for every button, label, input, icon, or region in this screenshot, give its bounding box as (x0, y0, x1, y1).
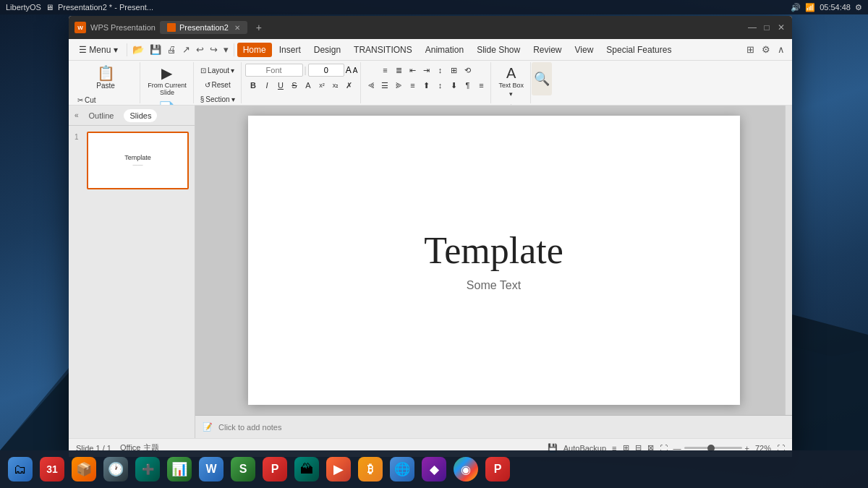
menu-design[interactable]: Design (308, 43, 346, 57)
presentation-tab[interactable]: Presentation2 ✕ (160, 21, 247, 34)
text-box-button[interactable]: A Text Box ▾ (495, 64, 527, 100)
strikethrough-button[interactable]: S (288, 79, 301, 92)
toolbar-open[interactable]: 📂 (130, 44, 146, 55)
section-button[interactable]: § Section ▾ (197, 93, 238, 106)
menu-collapse[interactable]: ∧ (775, 44, 788, 55)
menu-review[interactable]: Review (527, 43, 567, 57)
menu-home[interactable]: Home (237, 43, 272, 57)
title-bar: W WPS Presentation Presentation2 ✕ + — □… (69, 16, 792, 39)
taskbar-arrow-app[interactable]: ▶ (324, 455, 353, 484)
toolbar-redo[interactable]: ↪ (208, 44, 220, 55)
menu-transitions[interactable]: TRANSITIONS (348, 43, 418, 57)
menu-accessibility[interactable]: ⊞ (744, 44, 757, 55)
slide-thumbnail-1[interactable]: 1 Template —— (75, 132, 189, 189)
align-bottom-button[interactable]: ⬇ (447, 79, 460, 92)
taskbar-wps-presentation[interactable]: P (483, 455, 512, 484)
toolbar-save[interactable]: 💾 (148, 44, 163, 55)
notes-icon: 📝 (203, 422, 213, 432)
taskbar-network[interactable]: 🌐 (388, 455, 417, 484)
indent-right-button[interactable]: ⇥ (420, 64, 433, 77)
align-middle-button[interactable]: ↕ (433, 79, 446, 92)
font-size-input[interactable]: 0 (308, 64, 344, 77)
minimize-button[interactable]: — (747, 22, 757, 33)
taskbar-calendar[interactable]: 31 (38, 455, 67, 484)
window-title: Presentation2 * - Present... (58, 3, 153, 12)
menu-hamburger[interactable]: ☰ Menu ▾ (73, 43, 124, 57)
align-right-button[interactable]: ⫸ (392, 79, 405, 92)
italic-button[interactable]: I (260, 79, 273, 92)
taskbar-ethereum[interactable]: ◆ (420, 455, 448, 484)
panel-collapse-button[interactable]: « (75, 111, 79, 119)
underline-button[interactable]: U (274, 79, 287, 92)
line-spacing2-button[interactable]: ≡ (475, 79, 488, 92)
notes-area[interactable]: 📝 Click to add notes (195, 415, 792, 438)
text-direction-button[interactable]: ⟲ (461, 64, 474, 77)
menu-view[interactable]: View (569, 43, 600, 57)
taskbar-chrome[interactable]: ◉ (451, 455, 480, 484)
tab-label: Presentation2 (179, 23, 229, 32)
font-size-up[interactable]: A (346, 65, 352, 75)
align-top-button[interactable]: ⬆ (420, 79, 433, 92)
align-center-button[interactable]: ☰ (378, 79, 391, 92)
slide-thumb-img-1[interactable]: Template —— (87, 132, 189, 189)
slide-canvas[interactable]: Template Some Text (248, 116, 740, 405)
taskbar-calculator[interactable]: ➕ (133, 455, 162, 484)
main-content: « Outline Slides 1 Template —— (69, 106, 792, 438)
cut-label: Cut (85, 96, 96, 104)
font-color-button[interactable]: A (302, 79, 315, 92)
taskbar-wps-writer[interactable]: W (197, 455, 226, 484)
taskbar-clock[interactable]: 🕐 (101, 455, 130, 484)
clock-icon: 🕐 (103, 457, 128, 481)
taskbar-wps-pdf[interactable]: P (260, 455, 289, 484)
outline-tab[interactable]: Outline (83, 109, 120, 122)
taskbar-archives[interactable]: 📦 (69, 455, 98, 484)
bullet-list-button[interactable]: ≡ (378, 64, 391, 77)
menu-settings[interactable]: ⚙ (759, 44, 773, 55)
menu-bar: ☰ Menu ▾ 📂 💾 🖨 ↗ ↩ ↪ ▾ Home Insert Desig… (69, 39, 792, 61)
section-icon: § (200, 95, 205, 103)
bold-button[interactable]: B (247, 79, 260, 92)
taskbar-files[interactable]: 🗂 (6, 455, 35, 484)
vertical-scrollbar[interactable] (785, 106, 792, 415)
numbered-list-button[interactable]: ≣ (392, 64, 405, 77)
menu-slideshow[interactable]: Slide Show (471, 43, 526, 57)
from-current-button[interactable]: ▶ From CurrentSlide (144, 64, 190, 98)
clear-format-button[interactable]: ✗ (343, 79, 356, 92)
toolbar-undo[interactable]: ↩ (194, 44, 206, 55)
taskbar-monitor[interactable]: 📊 (165, 455, 194, 484)
menu-insert[interactable]: Insert (273, 43, 307, 57)
new-slide-button[interactable]: 📄 NewSlide ▾ (153, 100, 181, 106)
font-family-input[interactable] (245, 64, 303, 77)
menu-animation[interactable]: Animation (420, 43, 469, 57)
tab-close-button[interactable]: ✕ (234, 24, 240, 32)
slides-tab[interactable]: Slides (124, 109, 157, 122)
files-icon: 🗂 (8, 457, 33, 481)
archives-icon: 📦 (72, 457, 96, 481)
toolbar-share[interactable]: ↗ (180, 44, 192, 55)
layout-button[interactable]: ⊡ Layout ▾ (197, 64, 237, 77)
close-button[interactable]: ✕ (776, 22, 786, 33)
taskbar-bitcoin[interactable]: ₿ (356, 455, 385, 484)
toolbar-extra[interactable]: ▾ (221, 44, 231, 55)
menu-special[interactable]: Special Features (600, 43, 677, 57)
maximize-button[interactable]: □ (762, 22, 772, 33)
search-button[interactable]: 🔍 (532, 62, 552, 95)
indent-left-button[interactable]: ⇤ (406, 64, 419, 77)
para-spacing-button[interactable]: ¶ (461, 79, 474, 92)
justify-button[interactable]: ≡ (406, 79, 419, 92)
toolbar-print[interactable]: 🖨 (165, 44, 179, 55)
taskbar-wps-spreadsheet[interactable]: S (229, 455, 258, 484)
paste-button[interactable]: 📋 Paste (93, 64, 119, 92)
subscript-button[interactable]: x₂ (329, 79, 342, 92)
superscript-button[interactable]: x² (315, 79, 328, 92)
zoom-slider[interactable] (684, 447, 742, 449)
taskbar-photos[interactable]: 🏔 (292, 455, 321, 484)
text-box-icon: A (506, 66, 516, 80)
align-left-button[interactable]: ⫷ (365, 79, 378, 92)
reset-button[interactable]: ↺ Reset (202, 78, 234, 91)
cut-button[interactable]: ✂ Cut (75, 93, 137, 106)
line-spacing-button[interactable]: ↕ (433, 64, 446, 77)
add-tab-button[interactable]: + (252, 20, 266, 35)
font-size-down[interactable]: A (353, 67, 358, 74)
columns-button[interactable]: ⊞ (447, 64, 460, 77)
